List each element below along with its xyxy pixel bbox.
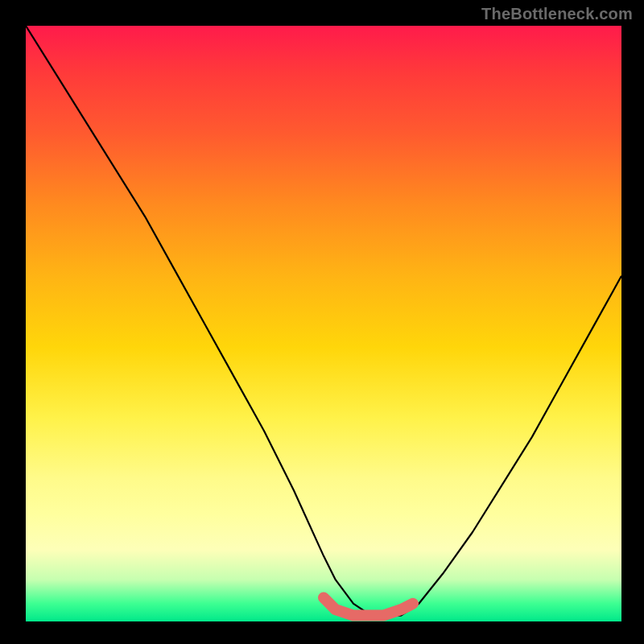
plot-area xyxy=(26,26,621,621)
black-curve-path xyxy=(26,26,621,616)
red-thick-segment-path xyxy=(324,597,413,615)
watermark-text: TheBottleneck.com xyxy=(481,5,633,23)
chart-svg xyxy=(26,26,621,621)
chart-frame: TheBottleneck.com xyxy=(0,0,644,644)
